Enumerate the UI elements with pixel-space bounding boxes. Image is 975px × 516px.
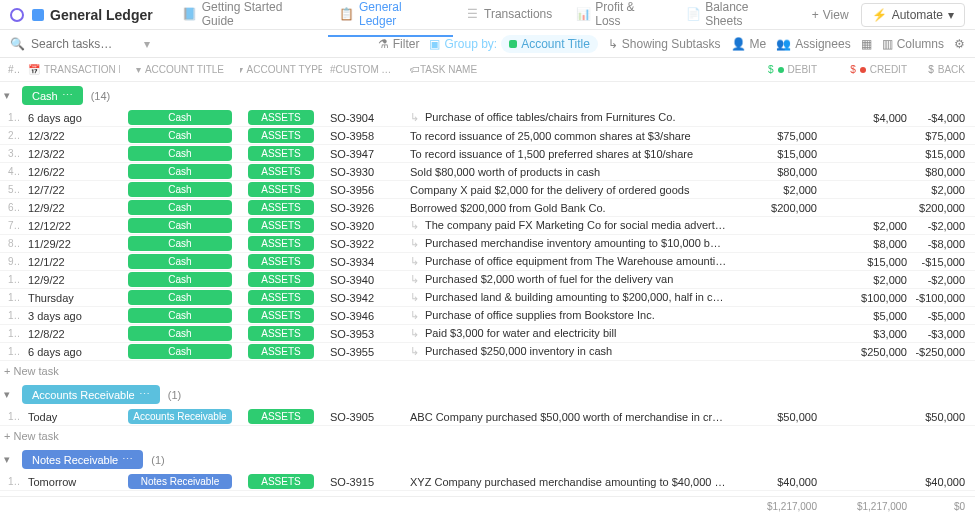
group-pill[interactable]: Cash ⋯ [22,86,83,105]
cell-task-name[interactable]: ↳Purchase of office equipment from The W… [402,255,735,268]
cell-back[interactable]: $2,000 [915,184,975,196]
cell-date[interactable]: Thursday [20,292,120,304]
table-row[interactable]: 612/9/22CashASSETSSO-3926Borrowed $200,0… [0,199,975,217]
cell-account-type[interactable]: ASSETS [240,164,322,179]
table-row[interactable]: 1012/9/22CashASSETSSO-3940↳Purchased $2,… [0,271,975,289]
table-row[interactable]: 1312/8/22CashASSETSSO-3953↳Paid $3,000 f… [0,325,975,343]
tab-transactions[interactable]: ☰Transactions [453,0,564,30]
cell-account-title[interactable]: Cash [120,272,240,287]
columns-button[interactable]: ▥Columns [882,37,944,51]
cell-back[interactable]: $80,000 [915,166,975,178]
cell-task-name[interactable]: ABC Company purchased $50,000 worth of m… [402,411,735,423]
cell-account-title[interactable]: Cash [120,308,240,323]
cell-date[interactable]: 12/8/22 [20,328,120,340]
table-row[interactable]: 1TodayAccounts ReceivableASSETSSO-3905AB… [0,408,975,426]
cell-task-name[interactable]: ↳Purchase of office tables/chairs from F… [402,111,735,124]
cell-credit[interactable]: $250,000 [825,346,915,358]
cell-task-name[interactable]: ↳Purchased $250,000 inventory in cash [402,345,735,358]
cell-back[interactable]: -$2,000 [915,220,975,232]
cell-credit[interactable]: $2,000 [825,220,915,232]
cell-account-type[interactable]: ASSETS [240,409,322,424]
cell-account-type[interactable]: ASSETS [240,146,322,161]
cell-date[interactable]: 3 days ago [20,310,120,322]
table-row[interactable]: 811/29/22CashASSETSSO-3922↳Purchased mer… [0,235,975,253]
cell-credit[interactable]: $4,000 [825,112,915,124]
table-row[interactable]: 146 days agoCashASSETSSO-3955↳Purchased … [0,343,975,361]
cell-task-id[interactable]: SO-3946 [322,310,402,322]
tab-profit-loss[interactable]: 📊Profit & Loss [564,0,674,37]
cell-date[interactable]: 12/7/22 [20,184,120,196]
col-hdr-account-type[interactable]: ▾ACCOUNT TYPE [240,64,322,75]
table-row[interactable]: 212/3/22CashASSETSSO-3958To record issua… [0,127,975,145]
cell-task-name[interactable]: ↳Purchased $2,000 worth of fuel for the … [402,273,735,286]
cell-date[interactable]: 11/29/22 [20,238,120,250]
cell-account-title[interactable]: Cash [120,218,240,233]
cell-account-title[interactable]: Cash [120,254,240,269]
new-task-button[interactable]: + New task [0,426,975,446]
cell-task-name[interactable]: ↳Paid $3,000 for water and electricity b… [402,327,735,340]
cell-task-id[interactable]: SO-3930 [322,166,402,178]
cell-debit[interactable]: $15,000 [735,148,825,160]
cell-account-title[interactable]: Cash [120,236,240,251]
cell-account-type[interactable]: ASSETS [240,308,322,323]
group-header[interactable]: ▾Accounts Receivable ⋯(1) [0,381,975,408]
tab-getting-started-guide[interactable]: 📘Getting Started Guide [171,0,328,37]
cell-credit[interactable]: $3,000 [825,328,915,340]
cell-task-id[interactable]: SO-3955 [322,346,402,358]
table-row[interactable]: 11ThursdayCashASSETSSO-3942↳Purchased la… [0,289,975,307]
cell-task-name[interactable]: ↳Purchased land & building amounting to … [402,291,735,304]
cell-task-name[interactable]: Sold $80,000 worth of products in cash [402,166,735,178]
cell-date[interactable]: 12/6/22 [20,166,120,178]
automate-button[interactable]: ⚡Automate▾ [861,3,965,27]
cell-back[interactable]: -$15,000 [915,256,975,268]
cell-account-title[interactable]: Cash [120,146,240,161]
cell-account-type[interactable]: ASSETS [240,110,322,125]
table-row[interactable]: 512/7/22CashASSETSSO-3956Company X paid … [0,181,975,199]
filter-button[interactable]: ⚗Filter [378,37,420,51]
cell-account-type[interactable]: ASSETS [240,236,322,251]
cell-date[interactable]: 12/3/22 [20,130,120,142]
cell-account-type[interactable]: ASSETS [240,474,322,489]
cell-account-title[interactable]: Cash [120,200,240,215]
cell-task-id[interactable]: SO-3915 [322,476,402,488]
cell-account-title[interactable]: Cash [120,128,240,143]
table-row[interactable]: 912/1/22CashASSETSSO-3934↳Purchase of of… [0,253,975,271]
cell-date[interactable]: 12/12/22 [20,220,120,232]
cell-credit[interactable]: $8,000 [825,238,915,250]
cell-account-type[interactable]: ASSETS [240,290,322,305]
tab-balance-sheets[interactable]: 📄Balance Sheets [674,0,800,37]
cell-date[interactable]: 12/9/22 [20,274,120,286]
cell-account-title[interactable]: Cash [120,110,240,125]
assignees-button[interactable]: 👥Assignees [776,37,850,51]
group-by-control[interactable]: ▣ Group by: Account Title [429,35,597,53]
cell-account-title[interactable]: Notes Receivable [120,474,240,489]
cell-debit[interactable]: $2,000 [735,184,825,196]
caret-down-icon[interactable]: ▾ [4,89,14,102]
table-row[interactable]: 312/3/22CashASSETSSO-3947To record issua… [0,145,975,163]
cell-task-id[interactable]: SO-3920 [322,220,402,232]
cell-credit[interactable]: $2,000 [825,274,915,286]
cell-task-id[interactable]: SO-3904 [322,112,402,124]
cell-debit[interactable]: $40,000 [735,476,825,488]
cell-back[interactable]: $75,000 [915,130,975,142]
cell-date[interactable]: Today [20,411,120,423]
cell-account-title[interactable]: Cash [120,164,240,179]
col-hdr-account-title[interactable]: ▾ACCOUNT TITLE [120,64,240,75]
group-pill[interactable]: Accounts Receivable ⋯ [22,385,160,404]
cell-account-title[interactable]: Accounts Receivable [120,409,240,424]
cell-date[interactable]: 6 days ago [20,346,120,358]
chevron-down-icon[interactable]: ▾ [144,37,150,51]
search-input[interactable] [31,37,131,51]
cell-task-name[interactable]: To record issuance of 1,500 preferred sh… [402,148,735,160]
cell-account-title[interactable]: Cash [120,182,240,197]
subtasks-button[interactable]: ↳Showing Subtasks [608,37,721,51]
cell-back[interactable]: $50,000 [915,411,975,423]
cell-back[interactable]: -$250,000 [915,346,975,358]
cell-debit[interactable]: $200,000 [735,202,825,214]
cell-back[interactable]: -$8,000 [915,238,975,250]
cell-task-name[interactable]: ↳Purchased merchandise inventory amounti… [402,237,735,250]
cell-debit[interactable]: $50,000 [735,411,825,423]
col-hdr-num[interactable]: # [0,64,20,75]
me-button[interactable]: 👤Me [731,37,767,51]
cell-date[interactable]: 12/1/22 [20,256,120,268]
